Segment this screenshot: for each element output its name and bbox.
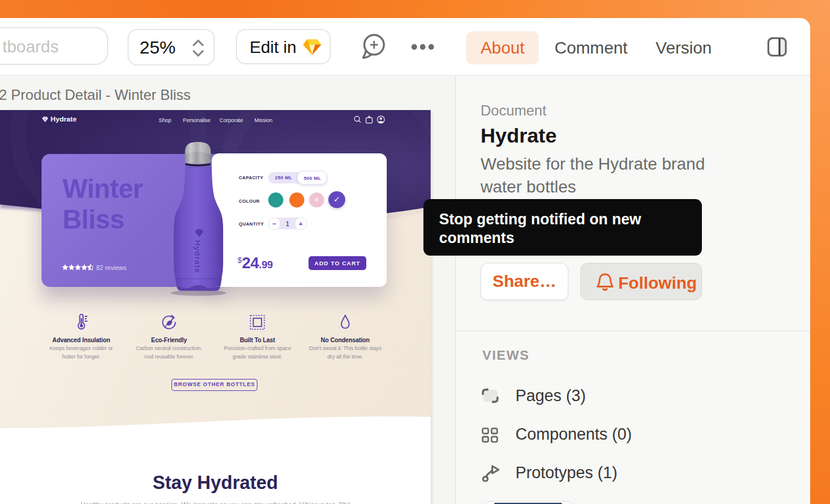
svg-text:Hydrate: Hydrate xyxy=(193,240,202,273)
